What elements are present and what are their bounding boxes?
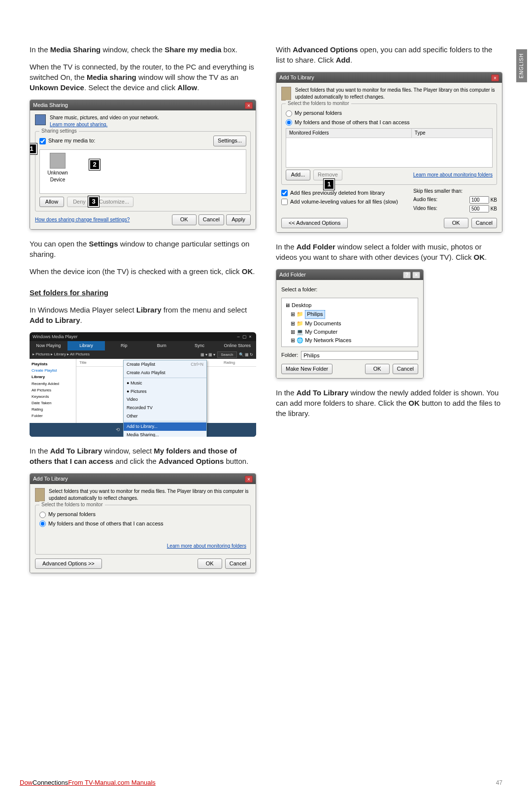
settings-button[interactable]: Settings...: [213, 136, 246, 146]
callout-1: 1: [324, 179, 334, 190]
sharing-desc: Share music, pictures, and video on your…: [50, 114, 159, 121]
add-folder-window: Add Folder ? × Select a folder: 🖥 Deskto…: [276, 269, 424, 379]
advanced-options-button[interactable]: << Advanced Options: [281, 218, 348, 228]
library-icon: [281, 87, 291, 101]
wmp-title: Windows Media Player: [33, 334, 78, 340]
window-title: Add To Library: [33, 475, 68, 483]
audio-input[interactable]: [469, 196, 489, 204]
page-footer: DowConnectionsFrom TV-Manual.com Manuals…: [20, 778, 502, 787]
window-controls[interactable]: –▢×: [235, 334, 253, 340]
ok-button[interactable]: OK: [172, 214, 197, 225]
unknown-device-item[interactable]: Unknown Device: [43, 153, 72, 183]
search-label[interactable]: Search: [217, 351, 236, 358]
monitored-folders-table: Monitored Folders Type: [286, 128, 493, 168]
footer-link[interactable]: DowConnectionsFrom TV-Manual.com Manuals: [20, 779, 156, 786]
device-list: Unknown Device: [39, 149, 246, 194]
library-menu[interactable]: Create PlaylistCtrl+NCreate Auto Playlis…: [123, 360, 207, 437]
radio-others[interactable]: My folders and those of others that I ca…: [39, 520, 246, 527]
sharing-icon: [35, 114, 46, 125]
cancel-button[interactable]: Cancel: [471, 218, 497, 228]
page-number: 47: [496, 779, 502, 787]
add-to-library-basic-window: Add To Library × Select folders that you…: [30, 473, 256, 573]
close-icon[interactable]: ×: [245, 102, 253, 109]
two-column-layout: In the Media Sharing window, check the S…: [30, 44, 502, 582]
radio-personal[interactable]: My personal folders: [39, 511, 246, 518]
radio-others[interactable]: My folders and those of others that I ca…: [286, 119, 493, 126]
advanced-options-button[interactable]: Advanced Options >>: [35, 558, 102, 569]
media-sharing-window: Media Sharing × Share music, pictures, a…: [30, 100, 256, 230]
chk-deleted[interactable]: Add files previously deleted from librar…: [281, 189, 408, 197]
window-title: Add Folder: [279, 271, 306, 279]
make-new-folder-button[interactable]: Make New Folder: [281, 364, 332, 374]
learn-link[interactable]: Learn more about monitoring folders: [413, 172, 493, 178]
folder-tree[interactable]: 🖥 Desktop ⊞ 📁 Philips ⊞ 📁 My Documents ⊞…: [281, 298, 418, 347]
folder-label: Folder:: [281, 351, 298, 359]
para-add-folder: In the Add Folder window select a folder…: [276, 242, 502, 262]
atl-desc: Select folders that you want to monitor …: [49, 488, 251, 502]
learn-link[interactable]: Learn more about monitoring folders: [167, 543, 246, 549]
video-input[interactable]: [469, 205, 489, 212]
ok-button[interactable]: OK: [444, 218, 468, 228]
para-adv-open: With Advanced Options open, you can add …: [276, 44, 502, 65]
allow-button[interactable]: Allow: [39, 197, 64, 207]
device-icon: [50, 153, 66, 169]
select-folder-label: Select a folder:: [281, 286, 418, 293]
ok-button[interactable]: OK: [365, 364, 390, 374]
atl-desc: Select folders that you want to monitor …: [295, 87, 497, 101]
cancel-button[interactable]: Cancel: [393, 364, 418, 374]
para-newly-added: In the Add To Library window the newly a…: [276, 387, 502, 418]
add-button[interactable]: Add...: [286, 170, 310, 180]
para-media-sharing-check: In the Media Sharing window, check the S…: [30, 44, 256, 55]
para-wmp-library: In Windows Media Player select Library f…: [30, 305, 256, 325]
titlebar: Media Sharing ×: [30, 100, 256, 110]
wmp-tabs[interactable]: Now Playing Library Rip Burn Sync Online…: [30, 341, 256, 350]
folder-input[interactable]: [301, 351, 418, 360]
para-settings: You can open the Settings window to chan…: [30, 239, 256, 259]
customize-button[interactable]: Customize...: [95, 197, 133, 207]
breadcrumb: ▸ Pictures ▸ Library ▸ All Pictures: [33, 351, 90, 358]
window-title: Add To Library: [279, 74, 314, 81]
para-unknown-device: When the TV is connected, by the router,…: [30, 62, 256, 93]
language-tab: ENGLISH: [516, 49, 527, 82]
apply-button[interactable]: Apply: [226, 214, 251, 225]
radio-personal[interactable]: My personal folders: [286, 109, 493, 117]
window-title: Media Sharing: [33, 102, 68, 109]
sharing-legend: Sharing settings: [39, 128, 79, 135]
callout-1: 1: [30, 143, 37, 154]
right-column: With Advanced Options open, you can add …: [276, 44, 502, 582]
wmp-window: Windows Media Player –▢× Now Playing Lib…: [30, 332, 256, 437]
share-media-checkbox[interactable]: Share my media to:: [39, 137, 95, 144]
firewall-link[interactable]: How does sharing change firewall setting…: [35, 216, 130, 223]
chk-volume[interactable]: Add volume-leveling values for all files…: [281, 198, 408, 206]
para-green-tick: When the device icon (the TV) is checked…: [30, 266, 256, 277]
callout-2: 2: [89, 159, 100, 170]
para-atl-select: In the Add To Library window, select My …: [30, 446, 256, 466]
cancel-button[interactable]: Cancel: [225, 558, 251, 569]
add-to-library-advanced-window: Add To Library × Select folders that you…: [276, 72, 502, 233]
callout-3: 3: [88, 196, 99, 207]
skip-label: Skip files smaller than:: [413, 188, 497, 195]
cancel-button[interactable]: Cancel: [199, 214, 224, 225]
close-icon[interactable]: ×: [245, 476, 253, 483]
learn-sharing-link[interactable]: Learn more about sharing.: [50, 121, 159, 128]
close-icon[interactable]: ×: [412, 272, 420, 279]
library-icon: [35, 488, 45, 502]
close-icon[interactable]: ×: [491, 74, 499, 81]
left-column: In the Media Sharing window, check the S…: [30, 44, 256, 582]
wmp-sidebar[interactable]: Playlists Create Playlist Library Recent…: [30, 359, 76, 423]
help-icon[interactable]: ?: [403, 272, 411, 279]
heading-set-folders: Set folders for sharing: [30, 287, 256, 298]
ok-button[interactable]: OK: [198, 558, 222, 569]
